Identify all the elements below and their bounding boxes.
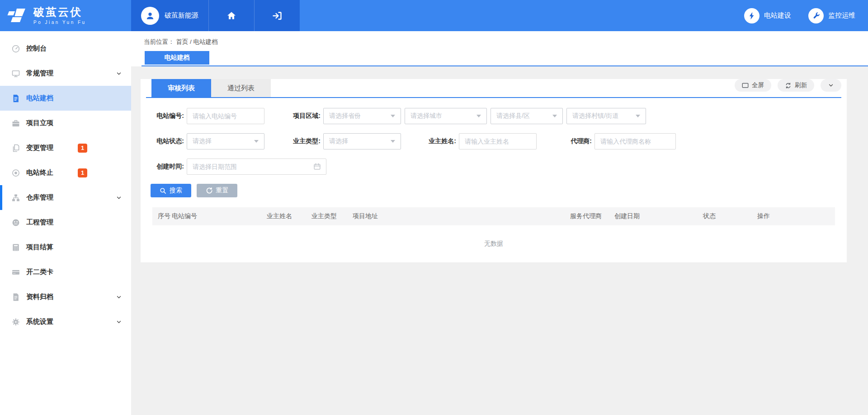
col-service-agent: 服务代理商 xyxy=(570,212,614,220)
caret-down-icon xyxy=(391,115,395,117)
count-badge: 1 xyxy=(78,168,87,177)
sidebar-item-label: 仓库管理 xyxy=(26,193,53,202)
refresh-label: 刷新 xyxy=(795,81,807,89)
sidebar-item-change-mgmt[interactable]: 变更管理 1 xyxy=(0,135,131,160)
owner-type-select[interactable]: 请选择 xyxy=(323,133,401,149)
result-table: 序号 电站编号 业主姓名 业主类型 项目地址 服务代理商 创建日期 状态 操作 … xyxy=(152,207,835,262)
current-user[interactable]: 破茧新能源 xyxy=(131,0,208,31)
collapse-button[interactable] xyxy=(821,79,841,92)
station-status-select[interactable]: 请选择 xyxy=(187,133,264,149)
header-spacer xyxy=(300,0,744,31)
station-no-input[interactable] xyxy=(187,108,264,124)
sidebar-item-label: 资料归档 xyxy=(26,293,53,301)
station-status-label: 电站状态: xyxy=(151,137,184,145)
station-no-label: 电站编号: xyxy=(151,112,184,120)
sidebar-item-label: 变更管理 xyxy=(26,144,53,152)
filter-row-3: 创建时间: xyxy=(151,159,847,175)
chevron-down-icon xyxy=(116,70,122,77)
lightning-icon xyxy=(744,8,760,23)
tab-passed-list[interactable]: 通过列表 xyxy=(211,79,271,97)
gauge-icon xyxy=(11,44,20,53)
header-right-nav: 电站建设 监控运维 xyxy=(744,0,868,31)
sidebar-item-console[interactable]: 控制台 xyxy=(0,36,131,61)
sidebar-item-label: 系统设置 xyxy=(26,317,53,326)
chevron-down-icon xyxy=(116,294,122,300)
nav-station-build[interactable]: 电站建设 xyxy=(744,8,791,23)
brand-title: 破茧云伏 xyxy=(33,6,86,18)
col-owner-type: 业主类型 xyxy=(311,212,353,220)
sidebar-item-station-terminate[interactable]: 电站终止 1 xyxy=(0,160,131,185)
caret-down-icon xyxy=(636,115,640,117)
chevron-down-icon xyxy=(116,319,122,325)
city-select[interactable]: 请选择城市 xyxy=(405,108,487,124)
fullscreen-icon xyxy=(742,83,749,89)
caret-down-icon xyxy=(552,115,557,117)
col-status: 状态 xyxy=(703,212,757,220)
sidebar-item-label: 项目立项 xyxy=(26,119,53,127)
province-select[interactable]: 请选择省份 xyxy=(323,108,401,124)
page-tab-station-archive[interactable]: 电站建档 xyxy=(145,51,209,65)
sidebar-item-label: 常规管理 xyxy=(26,69,53,78)
city-placeholder: 请选择城市 xyxy=(410,112,442,120)
reset-icon xyxy=(206,187,213,194)
owner-type-label: 业主类型: xyxy=(287,137,321,145)
breadcrumb-home[interactable]: 首页 xyxy=(176,38,188,45)
sidebar-item-engineering-mgmt[interactable]: 工程管理 xyxy=(0,210,131,235)
town-select[interactable]: 请选择村镇/街道 xyxy=(566,108,646,124)
province-placeholder: 请选择省份 xyxy=(329,112,361,120)
tab-review-list[interactable]: 审核列表 xyxy=(151,79,211,97)
sidebar-item-warehouse-mgmt[interactable]: 仓库管理 xyxy=(0,185,131,210)
home-icon xyxy=(226,10,237,21)
search-button[interactable]: 搜索 xyxy=(151,184,191,197)
fullscreen-button[interactable]: 全屏 xyxy=(735,79,771,92)
refresh-button[interactable]: 刷新 xyxy=(778,79,814,92)
date-range-wrap xyxy=(187,159,326,175)
reset-button[interactable]: 重置 xyxy=(197,184,237,197)
calculator-icon xyxy=(11,243,20,252)
bank-card-icon xyxy=(11,268,20,277)
station-status-placeholder: 请选择 xyxy=(193,137,212,145)
col-index: 序号 xyxy=(158,212,172,220)
document-icon xyxy=(11,94,20,103)
sidebar-item-label: 电站建档 xyxy=(26,94,53,103)
wrench-icon xyxy=(808,8,824,23)
county-select[interactable]: 请选择县/区 xyxy=(491,108,563,124)
sidebar-item-system-settings[interactable]: 系统设置 xyxy=(0,309,131,334)
brand-subtitle: Po Jian Yun Fu xyxy=(33,20,86,25)
sidebar-item-data-archive[interactable]: 资料归档 xyxy=(0,284,131,309)
chevron-down-icon xyxy=(116,195,122,201)
table-header: 序号 电站编号 业主姓名 业主类型 项目地址 服务代理商 创建日期 状态 操作 xyxy=(152,207,835,225)
owner-name-label: 业主姓名: xyxy=(423,137,456,145)
nav-monitor-ops[interactable]: 监控运维 xyxy=(808,8,855,23)
search-icon xyxy=(160,187,166,194)
sidebar-item-label: 电站终止 xyxy=(26,168,53,177)
col-actions: 操作 xyxy=(757,212,835,220)
pages-icon xyxy=(11,144,20,153)
caret-down-icon xyxy=(476,115,481,117)
owner-type-placeholder: 请选择 xyxy=(329,137,348,145)
dashboard-wheel-icon xyxy=(11,218,20,227)
panel-tabbar: 审核列表 通过列表 全屏 xyxy=(146,79,841,98)
sidebar-item-label: 控制台 xyxy=(26,44,47,53)
sidebar-item-general-mgmt[interactable]: 常规管理 xyxy=(0,61,131,86)
agent-input[interactable] xyxy=(594,133,676,149)
date-range-input[interactable] xyxy=(187,159,326,175)
sidebar-item-project-initiation[interactable]: 项目立项 xyxy=(0,111,131,135)
filter-row-1: 电站编号: 项目区域: 请选择省份 请选择城市 请选择县/区 xyxy=(151,108,847,124)
top-header: 破茧云伏 Po Jian Yun Fu 破茧新能源 xyxy=(0,0,868,31)
sidebar-item-open-card[interactable]: 开二类卡 xyxy=(0,260,131,284)
county-placeholder: 请选择县/区 xyxy=(496,112,530,120)
breadcrumb: 当前位置： 首页 / 电站建档 xyxy=(144,38,218,46)
sidebar-item-project-settlement[interactable]: 项目结算 xyxy=(0,235,131,260)
list-panel: 审核列表 通过列表 全屏 xyxy=(141,79,847,262)
breadcrumb-separator: / xyxy=(190,38,193,45)
brand: 破茧云伏 Po Jian Yun Fu xyxy=(0,0,131,31)
user-avatar-icon xyxy=(141,7,159,25)
filter-actions: 搜索 重置 xyxy=(141,184,847,197)
sidebar-item-station-archive[interactable]: 电站建档 xyxy=(0,86,131,111)
briefcase-icon xyxy=(11,119,20,128)
region-label: 项目区域: xyxy=(287,112,321,120)
home-button[interactable] xyxy=(208,0,254,31)
owner-name-input[interactable] xyxy=(459,133,537,149)
logout-button[interactable] xyxy=(254,0,300,31)
